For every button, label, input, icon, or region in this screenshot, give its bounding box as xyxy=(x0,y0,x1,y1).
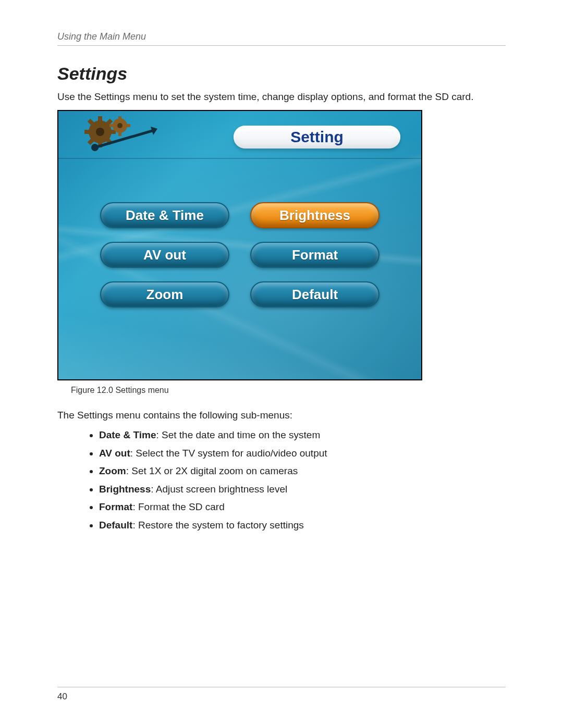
list-item-desc: : Set the date and time on the system xyxy=(156,429,320,440)
list-item: AV out: Select the TV system for audio/v… xyxy=(99,447,506,461)
footer-rule xyxy=(57,687,506,687)
list-item-desc: : Set 1X or 2X digital zoom on cameras xyxy=(126,465,298,476)
section-title: Settings xyxy=(57,64,506,84)
screen-header: Setting xyxy=(58,111,421,159)
av-out-button[interactable]: AV out xyxy=(100,242,229,268)
list-item-desc: : Select the TV system for audio/video o… xyxy=(130,448,327,459)
list-item-term: Format xyxy=(99,501,132,512)
list-item: Date & Time: Set the date and time on th… xyxy=(99,428,506,442)
header-rule xyxy=(57,45,506,46)
list-item: Zoom: Set 1X or 2X digital zoom on camer… xyxy=(99,464,506,478)
settings-button-grid: Date & Time Brightness AV out Format Zoo… xyxy=(58,202,421,307)
page-number: 40 xyxy=(57,692,506,702)
list-item: Brightness: Adjust screen brightness lev… xyxy=(99,483,506,497)
format-button[interactable]: Format xyxy=(250,242,380,268)
screen-background: Setting Date & Time Brightness AV out Fo… xyxy=(58,111,421,379)
gears-wrench-icon xyxy=(79,116,168,158)
brightness-button[interactable]: Brightness xyxy=(250,202,380,228)
list-item-term: Brightness xyxy=(99,484,151,495)
date-time-button[interactable]: Date & Time xyxy=(100,202,229,228)
submenu-intro: The Settings menu contains the following… xyxy=(57,410,506,421)
settings-screenshot: Setting Date & Time Brightness AV out Fo… xyxy=(57,110,422,380)
running-head: Using the Main Menu xyxy=(57,31,506,42)
list-item-desc: : Format the SD card xyxy=(132,501,224,512)
list-item-term: Default xyxy=(99,520,132,530)
list-item: Default: Restore the system to factory s… xyxy=(99,519,506,533)
list-item-term: Zoom xyxy=(99,465,126,476)
svg-rect-4 xyxy=(84,130,90,134)
default-button[interactable]: Default xyxy=(250,281,380,307)
svg-rect-2 xyxy=(98,116,102,121)
svg-point-11 xyxy=(117,123,123,128)
list-item-desc: : Restore the system to factory settings xyxy=(132,520,303,530)
zoom-button[interactable]: Zoom xyxy=(100,281,229,307)
list-item-desc: : Adjust screen brightness level xyxy=(151,484,287,495)
list-item-term: Date & Time xyxy=(99,429,156,440)
figure-caption: Figure 12.0 Settings menu xyxy=(71,386,506,395)
svg-point-18 xyxy=(91,144,99,151)
svg-rect-13 xyxy=(118,132,121,136)
page-footer: 40 xyxy=(57,687,506,702)
manual-page: Using the Main Menu Settings Use the Set… xyxy=(0,0,563,728)
list-item: Format: Format the SD card xyxy=(99,500,506,514)
screen-title-pill: Setting xyxy=(234,126,400,149)
svg-point-1 xyxy=(96,128,104,136)
svg-rect-14 xyxy=(109,124,113,127)
section-intro: Use the Settings menu to set the system … xyxy=(57,91,506,103)
submenu-list: Date & Time: Set the date and time on th… xyxy=(57,428,506,533)
svg-rect-12 xyxy=(118,116,121,119)
list-item-term: AV out xyxy=(99,448,130,459)
svg-rect-15 xyxy=(127,124,130,127)
